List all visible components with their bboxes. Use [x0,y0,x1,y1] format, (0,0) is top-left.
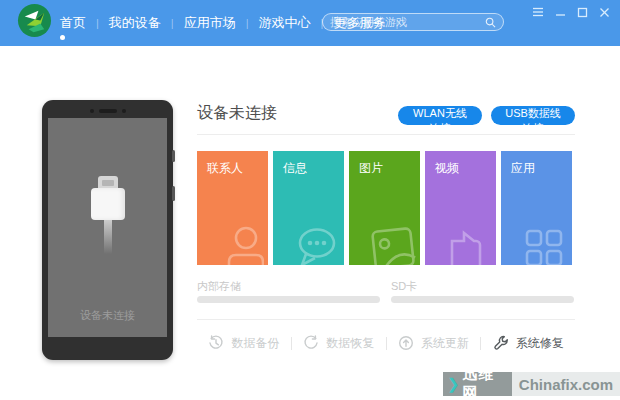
watermark: ❯ 迅维网 Chinafix.com [443,372,620,396]
nav-item-home[interactable]: 首页 [50,14,96,32]
messages-icon [292,223,340,265]
tile-label: 联系人 [207,160,243,177]
page-title: 设备未连接 [197,103,277,124]
apps-icon [520,223,568,265]
divider [197,134,575,135]
phone-illustration: 设备未连接 [42,100,173,360]
tile-pictures[interactable]: 图片 [349,151,420,265]
action-label: 系统修复 [516,335,564,352]
tile-videos[interactable]: 视频 [425,151,496,265]
active-tab-indicator [60,35,65,40]
watermark-en-text: Chinafix.com [512,372,620,396]
nav-item-game-center[interactable]: 游戏中心 [249,14,321,32]
usb-connect-button[interactable]: USB数据线连接 [491,106,575,125]
action-label: 数据备份 [231,335,279,352]
contacts-icon [216,223,264,265]
search-input[interactable] [330,16,485,28]
backup-icon [208,335,224,351]
app-window: 首页 | 我的设备 | 应用市场 | 游戏中心 | 更多服务 | [0,0,620,400]
close-icon[interactable] [596,4,612,20]
internal-storage-label: 内部存储 [197,279,241,294]
tile-label: 信息 [283,160,307,177]
system-repair-button[interactable]: 系统修复 [481,335,575,352]
tile-messages[interactable]: 信息 [273,151,344,265]
wlan-connect-button[interactable]: WLAN无线连接 [398,106,482,125]
menu-icon[interactable] [530,4,546,20]
sd-card-label: SD卡 [391,279,417,294]
watermark-cn-text: 迅维网 [463,365,506,400]
action-label: 系统更新 [421,335,469,352]
nav-item-my-device[interactable]: 我的设备 [99,14,171,32]
data-backup-button[interactable]: 数据备份 [197,335,291,352]
repair-icon [493,335,509,351]
app-logo-icon[interactable] [17,3,52,38]
top-navigation-bar: 首页 | 我的设备 | 应用市场 | 游戏中心 | 更多服务 | [0,0,620,46]
videos-icon [444,223,492,265]
search-icon[interactable] [485,17,496,28]
tile-label: 图片 [359,160,383,177]
update-icon [398,335,414,351]
window-controls [530,4,612,20]
divider [197,319,575,320]
phone-screen: 设备未连接 [48,118,167,337]
internal-storage-bar [197,296,380,303]
category-tiles: 联系人 信息 图片 视频 应用 [197,151,572,265]
tile-apps[interactable]: 应用 [501,151,572,265]
phone-side-button [172,186,175,201]
watermark-cn-block: ❯ 迅维网 [443,372,512,396]
phone-earpiece [42,109,173,113]
action-toolbar: 数据备份 数据恢复 系统更新 系统修复 [197,331,575,355]
search-box[interactable] [322,13,504,31]
action-label: 数据恢复 [326,335,374,352]
pictures-icon [368,223,416,265]
maximize-icon[interactable] [574,4,590,20]
chevron-right-icon: ❯ [447,375,461,393]
sd-card-bar [391,296,574,303]
phone-status-text: 设备未连接 [48,308,167,323]
data-restore-button[interactable]: 数据恢复 [292,335,386,352]
tile-contacts[interactable]: 联系人 [197,151,268,265]
tile-label: 视频 [435,160,459,177]
system-update-button[interactable]: 系统更新 [387,335,481,352]
usb-cable-icon [48,176,167,254]
nav-item-app-market[interactable]: 应用市场 [174,14,246,32]
tile-label: 应用 [511,160,535,177]
restore-icon [303,335,319,351]
minimize-icon[interactable] [552,4,568,20]
phone-side-button [172,150,175,162]
